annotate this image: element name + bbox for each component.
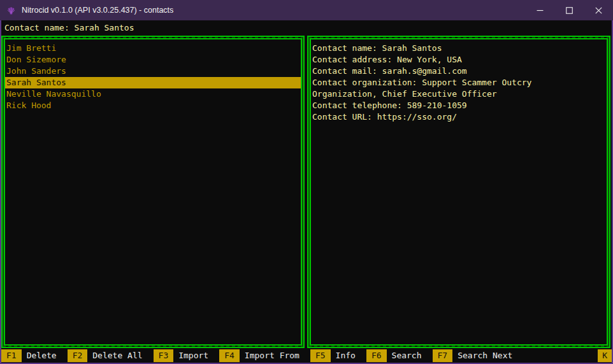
shortcut-search[interactable]: F6 Search [366, 349, 422, 362]
key-badge[interactable]: F7 [433, 349, 453, 362]
status-header: Contact name: Sarah Santos [4, 22, 134, 34]
caption-buttons [525, 0, 613, 20]
shortcut-label: Search Next [458, 350, 512, 361]
key-badge[interactable]: F4 [219, 349, 240, 362]
detail-line: Contact organization: Support Scammer Ou… [311, 77, 607, 88]
contact-list: Jim Bretti Don Sizemore John Sanders Sar… [4, 38, 302, 346]
contact-details-panel: Contact name: Sarah Santos Contact addre… [307, 36, 610, 348]
shortcut-label: Delete All [92, 350, 142, 361]
detail-line: Contact name: Sarah Santos [311, 43, 607, 54]
close-button[interactable] [584, 0, 613, 20]
list-item[interactable]: Jim Bretti [5, 43, 301, 54]
list-item[interactable]: Neville Navasquillo [5, 88, 301, 100]
shortcut-delete[interactable]: F1 Delete [1, 349, 57, 362]
shortcut-search-next[interactable]: F7 Search Next [433, 349, 513, 362]
detail-line: Organization, Chief Executive Officer [311, 88, 607, 100]
shortcut-label: Info [336, 350, 356, 361]
shortcut-label: Delete [27, 350, 57, 361]
detail-line: Contact URL: https://sso.org/ [311, 111, 607, 123]
window-title: Nitrocid v0.1.0 (API v3.0.25.437) - cont… [22, 6, 173, 15]
detail-line: Contact mail: sarah.s@gmail.com [311, 66, 607, 77]
app-window: Nitrocid v0.1.0 (API v3.0.25.437) - cont… [0, 0, 613, 364]
list-item[interactable]: Don Sizemore [5, 54, 301, 66]
key-badge[interactable]: F6 [366, 349, 387, 362]
shortcut-label: Import [178, 350, 208, 361]
list-item[interactable]: John Sanders [5, 66, 301, 77]
key-badge[interactable]: F1 [1, 349, 22, 362]
list-item-selected[interactable]: Sarah Santos [5, 77, 301, 88]
nitrocid-app-icon [6, 6, 16, 15]
shortcut-import-from[interactable]: F4 Import From [219, 349, 299, 362]
titlebar: Nitrocid v0.1.0 (API v3.0.25.437) - cont… [0, 0, 613, 20]
maximize-button[interactable] [554, 0, 584, 20]
key-badge[interactable]: F2 [68, 349, 88, 362]
list-item[interactable]: Rick Hood [5, 100, 301, 111]
terminal-screen: Contact name: Sarah Santos Jim Bretti Do… [1, 20, 612, 363]
shortcut-delete-all[interactable]: F2 Delete All [68, 349, 143, 362]
key-badge[interactable]: F5 [310, 349, 331, 362]
contact-list-panel: Jim Bretti Don Sizemore John Sanders Sar… [1, 36, 305, 348]
shortcut-label: Search [392, 350, 422, 361]
detail-line: Contact telephone: 589-210-1059 [311, 100, 607, 111]
maximize-icon [566, 7, 573, 14]
close-icon [595, 7, 602, 14]
minimize-button[interactable] [525, 0, 554, 20]
statusbar: F1 Delete F2 Delete All F3 Import F4 Imp… [1, 349, 612, 363]
keybinding-k-badge[interactable]: K [598, 349, 612, 362]
minimize-icon [537, 7, 544, 14]
shortcut-info[interactable]: F5 Info [310, 349, 356, 362]
contact-details: Contact name: Sarah Santos Contact addre… [310, 38, 608, 346]
shortcut-label: Import From [245, 350, 299, 361]
shortcut-import[interactable]: F3 Import [154, 349, 209, 362]
key-badge[interactable]: F3 [154, 349, 174, 362]
detail-line: Contact address: New York, USA [311, 54, 607, 66]
